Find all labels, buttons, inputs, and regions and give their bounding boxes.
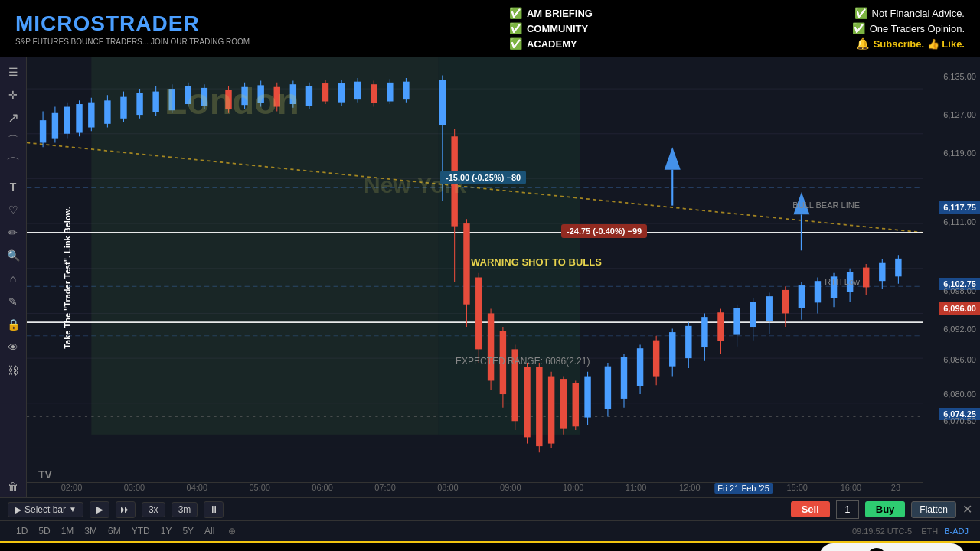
svg-rect-87 bbox=[560, 379, 567, 429]
tool-eraser[interactable]: ✎ bbox=[2, 291, 24, 312]
svg-rect-59 bbox=[354, 82, 361, 99]
speed-3x-btn[interactable]: 3x bbox=[142, 502, 165, 517]
svg-rect-85 bbox=[548, 377, 554, 444]
tool-magnet[interactable]: ⌂ bbox=[2, 268, 24, 289]
checklist-label-1: AM BRIEFING bbox=[527, 8, 593, 19]
time-label-13: 16:00 bbox=[841, 483, 862, 492]
svg-rect-41 bbox=[201, 88, 207, 106]
time-label-14: 23 bbox=[891, 483, 900, 492]
checklist-item-1: ✅ AM BRIEFING bbox=[509, 7, 593, 19]
check-2: ✅ bbox=[509, 22, 522, 34]
zoom-icon: 🔍 bbox=[867, 548, 886, 551]
play-btn[interactable]: ▶ bbox=[90, 501, 109, 518]
tool-curve[interactable]: ⌒ bbox=[2, 130, 24, 152]
zoom-pass-btn[interactable]: Get A 🔍 Zoom Pass bbox=[819, 543, 965, 551]
tf-ytd[interactable]: YTD bbox=[127, 524, 155, 538]
svg-rect-9 bbox=[91, 57, 438, 435]
select-bar-chevron: ▼ bbox=[69, 505, 77, 514]
left-sidebar: Take The "Trader Test". Link Below. ☰ ✛ … bbox=[0, 57, 27, 497]
flatten-button[interactable]: Flatten bbox=[911, 501, 956, 518]
price-tag-6117: 6,117.75 bbox=[939, 201, 980, 214]
tool-trash[interactable]: 🗑 bbox=[2, 476, 24, 497]
sell-button[interactable]: Sell bbox=[791, 501, 830, 517]
svg-rect-65 bbox=[403, 82, 409, 99]
notice-1: ✅ Not Financial Advice. bbox=[852, 7, 965, 19]
tf-5d[interactable]: 5D bbox=[34, 524, 54, 538]
svg-rect-63 bbox=[387, 83, 393, 102]
logo-section: MICROSTRADER S&P FUTURES BOUNCE TRADERS.… bbox=[15, 11, 250, 46]
price-6086: 6,086.00 bbox=[943, 355, 976, 364]
time-label-2: 03:00 bbox=[124, 483, 145, 492]
svg-rect-119 bbox=[815, 281, 821, 302]
svg-rect-107 bbox=[717, 312, 724, 341]
chart-container: London New York bbox=[27, 57, 923, 497]
tv-logo: TV bbox=[38, 468, 52, 481]
main-area: Take The "Trader Test". Link Below. ☰ ✛ … bbox=[0, 57, 980, 497]
svg-rect-97 bbox=[637, 348, 643, 386]
compare-icon[interactable]: ⊕ bbox=[228, 526, 236, 536]
close-toolbar-btn[interactable]: ✕ bbox=[962, 502, 972, 517]
tool-pencil[interactable]: ✏ bbox=[2, 222, 24, 243]
tf-6m[interactable]: 6M bbox=[103, 524, 126, 538]
tool-text[interactable]: T bbox=[2, 176, 24, 197]
price-6092: 6,092.00 bbox=[943, 324, 976, 334]
notice-3: 🔔 Subscribe. 👍 Like. bbox=[852, 37, 965, 50]
tf-3m[interactable]: 3M bbox=[80, 524, 102, 538]
tf-1d[interactable]: 1D bbox=[11, 524, 32, 538]
svg-rect-79 bbox=[511, 349, 518, 421]
svg-rect-10 bbox=[439, 57, 580, 435]
tf-1m[interactable]: 1M bbox=[57, 524, 79, 538]
notice-label-2: One Traders Opinion. bbox=[870, 23, 965, 34]
qty-input[interactable] bbox=[836, 500, 859, 519]
svg-rect-99 bbox=[653, 341, 659, 377]
stop-btn[interactable]: ⏸ bbox=[204, 501, 224, 518]
time-label-8: 09:00 bbox=[500, 483, 521, 492]
bottom-banner: We Trade The Same Chart Looking For The … bbox=[0, 541, 980, 551]
price-tag-6096: 6,096.00 bbox=[939, 302, 980, 315]
tooltip-2: -24.75 (-0.40%) −99 bbox=[561, 224, 647, 238]
checklist-item-2: ✅ COMMUNITY bbox=[509, 22, 593, 34]
check-1: ✅ bbox=[509, 7, 522, 19]
time-label-9: 10:00 bbox=[563, 483, 584, 492]
step-btn[interactable]: ⏭ bbox=[116, 501, 136, 518]
time-label-11: 12:00 bbox=[679, 483, 701, 492]
top-banner: MICROSTRADER S&P FUTURES BOUNCE TRADERS.… bbox=[0, 0, 980, 57]
tf-5y[interactable]: 5Y bbox=[178, 524, 198, 538]
tf-all[interactable]: All bbox=[200, 524, 219, 538]
date-label: Fri 21 Feb '25 bbox=[714, 483, 773, 494]
price-6119: 6,119.00 bbox=[943, 148, 976, 158]
logo: MICROSTRADER bbox=[15, 11, 250, 36]
speed-3m-btn[interactable]: 3m bbox=[172, 502, 198, 517]
svg-rect-49 bbox=[274, 87, 280, 107]
svg-rect-25 bbox=[76, 104, 82, 133]
svg-rect-73 bbox=[475, 278, 482, 350]
tool-arrow[interactable]: ↗ bbox=[2, 107, 24, 129]
tool-link[interactable]: ⛓ bbox=[2, 360, 24, 381]
price-6070: 6,070.50 bbox=[943, 416, 976, 425]
tool-heart[interactable]: ♡ bbox=[2, 199, 24, 220]
time-label-6: 07:00 bbox=[374, 483, 396, 492]
tf-1y[interactable]: 1Y bbox=[156, 524, 177, 538]
time-label-12: 15:00 bbox=[786, 483, 808, 492]
price-axis: 6,135.00 6,127.00 6,119.00 6,117.75 6,11… bbox=[923, 57, 980, 497]
select-bar-icon: ▶ bbox=[15, 504, 21, 515]
svg-rect-125 bbox=[863, 268, 869, 288]
time-label-5: 06:00 bbox=[312, 483, 333, 492]
tool-menu[interactable]: ☰ bbox=[2, 61, 24, 83]
svg-rect-109 bbox=[733, 308, 740, 334]
right-notices: ✅ Not Financial Advice. ✅ One Traders Op… bbox=[852, 7, 965, 50]
tool-lock[interactable]: 🔒 bbox=[2, 314, 24, 335]
select-bar-btn[interactable]: ▶ Select bar ▼ bbox=[8, 502, 83, 517]
svg-rect-21 bbox=[52, 113, 58, 139]
price-6098: 6,098.00 bbox=[943, 286, 976, 295]
svg-rect-75 bbox=[488, 313, 494, 380]
tool-crosshair[interactable]: ✛ bbox=[2, 84, 24, 106]
svg-rect-91 bbox=[584, 377, 590, 418]
tool-trend[interactable]: ⌒ bbox=[2, 153, 24, 174]
svg-rect-89 bbox=[573, 383, 579, 426]
tool-eye[interactable]: 👁 bbox=[2, 337, 24, 358]
svg-rect-33 bbox=[136, 93, 142, 115]
svg-rect-77 bbox=[500, 331, 506, 394]
tool-zoom[interactable]: 🔍 bbox=[2, 245, 24, 266]
buy-button[interactable]: Buy bbox=[865, 501, 906, 517]
